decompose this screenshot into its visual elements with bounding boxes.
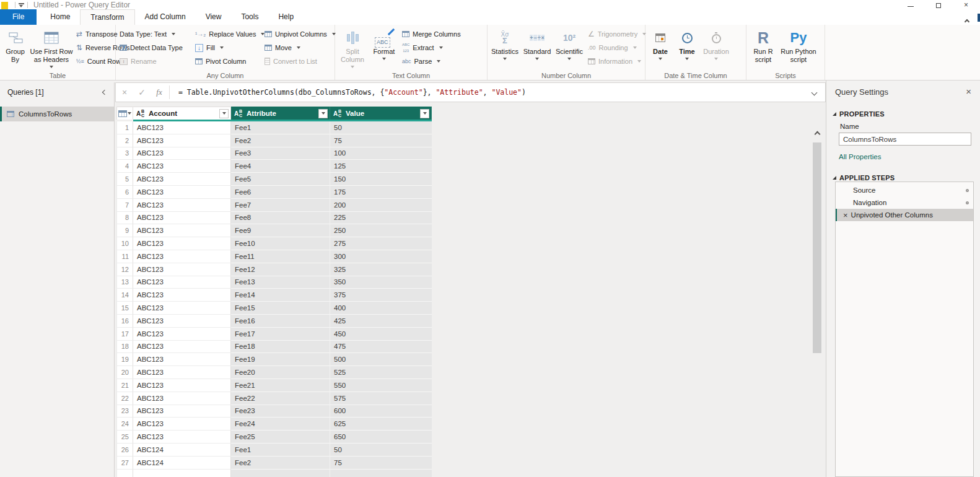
table-cell[interactable]: 21 [116, 379, 133, 392]
table-cell[interactable]: Fee20 [231, 366, 330, 379]
use-first-row-as-headers-button[interactable]: Use First Row as Headers [29, 27, 74, 68]
formula-input[interactable]: = Table.UnpivotOtherColumns(dbo_ColumnsT… [171, 88, 526, 97]
account-avatar[interactable] [978, 14, 980, 22]
query-name-input[interactable] [839, 133, 971, 146]
table-cell[interactable]: 500 [330, 353, 432, 366]
scientific-button[interactable]: 10² Scientific [553, 27, 585, 60]
table-cell[interactable]: ABC123 [133, 173, 231, 186]
all-properties-link[interactable]: All Properties [839, 153, 881, 160]
table-cell[interactable]: 450 [330, 328, 432, 341]
scrollbar-thumb[interactable] [813, 142, 821, 353]
table-cell[interactable]: 250 [330, 224, 432, 237]
scroll-up-icon[interactable] [815, 131, 821, 138]
table-cell[interactable]: ABC123 [133, 160, 231, 173]
table-cell[interactable]: ABC123 [133, 199, 231, 212]
table-cell[interactable]: 1 [116, 121, 133, 134]
properties-section-header[interactable]: PROPERTIES [833, 110, 980, 118]
table-cell[interactable]: 600 [330, 405, 432, 418]
collapse-ribbon-button[interactable] [965, 15, 970, 20]
table-cell[interactable]: 19 [116, 353, 133, 366]
table-cell[interactable]: 15 [116, 302, 133, 315]
table-cell[interactable]: 26 [116, 444, 133, 457]
tab-help[interactable]: Help [268, 9, 304, 25]
table-cell[interactable]: 50 [330, 121, 432, 134]
table-cell[interactable]: 75 [330, 457, 432, 470]
table-cell[interactable]: 350 [330, 276, 432, 289]
rename-button[interactable]: I Rename [117, 55, 193, 68]
tab-home[interactable]: Home [40, 9, 80, 25]
table-cell[interactable]: 425 [330, 315, 432, 328]
table-cell[interactable]: 475 [330, 341, 432, 354]
table-cell[interactable]: 11 [116, 250, 133, 263]
filter-dropdown-button[interactable] [318, 109, 328, 118]
table-cell[interactable]: 50 [330, 444, 432, 457]
group-by-button[interactable]: Group By [1, 27, 29, 64]
extract-button[interactable]: ABC123 Extract [400, 41, 463, 55]
table-cell[interactable]: ABC123 [133, 134, 231, 147]
minimize-button[interactable] [896, 0, 924, 9]
restore-button[interactable] [924, 0, 952, 9]
formula-cancel-button[interactable]: × [116, 87, 133, 97]
applied-steps-section-header[interactable]: APPLIED STEPS [833, 174, 980, 182]
table-cell[interactable]: Fee24 [231, 418, 330, 431]
table-cell[interactable]: 25 [116, 431, 133, 444]
table-cell[interactable]: 550 [330, 379, 432, 392]
table-cell[interactable]: ABC123 [133, 353, 231, 366]
replace-values-button[interactable]: ¹→₂ Replace Values [193, 27, 262, 41]
table-cell[interactable]: Fee14 [231, 289, 330, 302]
delete-step-icon[interactable]: × [843, 211, 848, 219]
tab-file[interactable]: File [0, 9, 37, 25]
table-cell[interactable]: ABC123 [133, 263, 231, 276]
table-cell[interactable]: Fee15 [231, 302, 330, 315]
table-cell[interactable]: Fee1 [231, 121, 330, 134]
table-cell[interactable]: Fee3 [231, 147, 330, 160]
table-cell[interactable]: Fee23 [231, 405, 330, 418]
table-cell[interactable]: 17 [116, 328, 133, 341]
applied-step[interactable]: Source [836, 184, 973, 196]
filter-dropdown-button[interactable] [219, 109, 229, 118]
table-cell[interactable]: 575 [330, 392, 432, 405]
table-cell[interactable]: ABC124 [133, 444, 231, 457]
table-cell[interactable]: Fee18 [231, 341, 330, 354]
detect-data-type-button[interactable]: ? Detect Data Type [117, 41, 193, 55]
column-header-account[interactable]: ABC Account [133, 107, 231, 120]
table-cell[interactable]: 300 [330, 250, 432, 263]
column-header-attribute[interactable]: ABC Attribute [231, 107, 330, 120]
table-cell[interactable]: ABC123 [133, 224, 231, 237]
table-cell[interactable]: Fee17 [231, 328, 330, 341]
table-cell[interactable]: 24 [116, 418, 133, 431]
table-cell[interactable]: 10 [116, 237, 133, 250]
split-column-button[interactable]: Split Column [336, 27, 369, 68]
table-cell[interactable]: ABC123 [133, 418, 231, 431]
table-cell[interactable]: 275 [330, 237, 432, 250]
table-cell[interactable]: ABC123 [133, 276, 231, 289]
tab-transform[interactable]: Transform [80, 9, 134, 25]
table-cell[interactable]: Fee2 [231, 457, 330, 470]
table-cell[interactable]: ABC123 [133, 366, 231, 379]
table-cell[interactable]: ABC123 [133, 379, 231, 392]
time-button[interactable]: Time [674, 27, 700, 60]
filter-dropdown-button[interactable] [420, 109, 429, 118]
formula-accept-button[interactable]: ✓ [133, 87, 151, 97]
table-cell[interactable]: 7 [116, 199, 133, 212]
table-cell[interactable]: Fee1 [231, 444, 330, 457]
table-cell[interactable]: ABC123 [133, 212, 231, 225]
move-button[interactable]: Move [262, 41, 334, 55]
collapse-pane-icon[interactable] [102, 90, 107, 95]
parse-button[interactable]: abc Parse [400, 55, 463, 68]
table-cell[interactable]: ABC123 [133, 405, 231, 418]
table-cell[interactable]: 650 [330, 431, 432, 444]
run-python-script-button[interactable]: Py Run Python script [779, 27, 818, 64]
tab-add-column[interactable]: Add Column [135, 9, 196, 25]
table-cell[interactable]: ABC123 [133, 431, 231, 444]
table-cell[interactable]: 4 [116, 160, 133, 173]
tab-view[interactable]: View [196, 9, 232, 25]
table-cell[interactable]: ABC123 [133, 328, 231, 341]
applied-step[interactable]: ×Unpivoted Other Columns [836, 209, 973, 221]
applied-step[interactable]: Navigation [836, 196, 973, 209]
table-cell[interactable]: 525 [330, 366, 432, 379]
merge-columns-button[interactable]: Merge Columns [400, 27, 463, 41]
table-cell[interactable]: 3 [116, 147, 133, 160]
close-button[interactable]: × [952, 0, 980, 9]
table-cell[interactable]: Fee9 [231, 224, 330, 237]
